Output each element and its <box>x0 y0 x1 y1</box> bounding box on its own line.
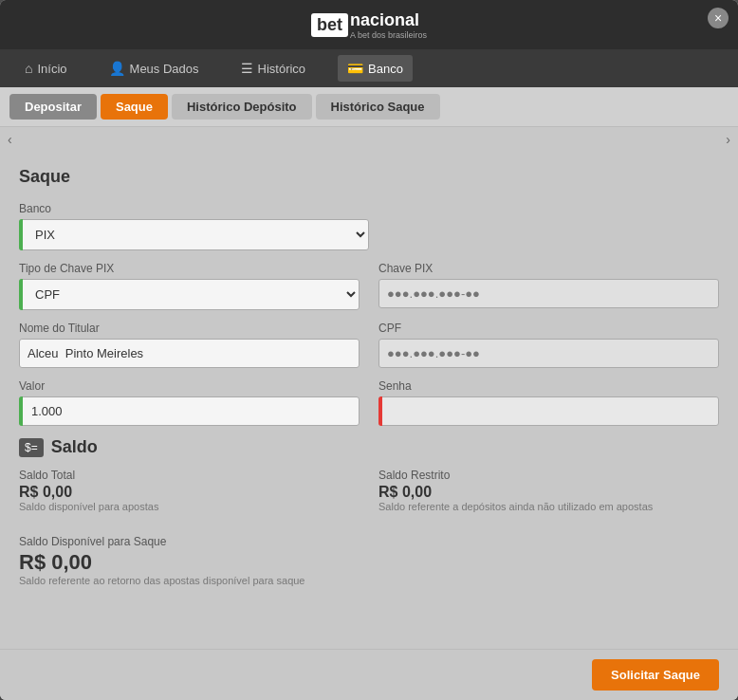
saldo-header: $= Saldo <box>19 437 719 457</box>
banco-label: Banco <box>19 202 719 215</box>
saldo-total-label: Saldo Total <box>19 469 360 482</box>
list-icon: ☰ <box>241 61 253 76</box>
nav-label-banco: Banco <box>368 62 403 76</box>
banco-group: Banco PIX <box>19 202 719 250</box>
tab-depositar[interactable]: Depositar <box>9 94 97 120</box>
valor-input[interactable] <box>19 396 360 426</box>
bank-icon: 💳 <box>347 61 363 76</box>
logo-bet: bet <box>311 13 348 37</box>
cpf-col: CPF <box>378 322 719 368</box>
nome-titular-wrapper <box>19 339 360 368</box>
chave-pix-col: Chave PIX <box>378 262 719 310</box>
banco-input-wrapper: PIX <box>19 219 719 250</box>
banco-select[interactable]: PIX <box>19 219 369 250</box>
tipo-chave-green-bar <box>19 279 23 310</box>
close-button[interactable]: × <box>708 8 729 28</box>
saldo-restrito-label: Saldo Restrito <box>378 469 719 482</box>
scroll-right-button[interactable]: › <box>726 132 730 147</box>
logo-nacional: nacional <box>350 10 419 30</box>
cpf-wrapper <box>378 339 719 368</box>
senha-label: Senha <box>378 379 719 393</box>
tipo-chave-row: Tipo de Chave PIX CPF Chave PIX <box>19 262 719 310</box>
content-area: Saque Banco PIX Tipo de Chave PIX CPF <box>0 152 738 649</box>
tab-saque[interactable]: Saque <box>101 94 168 120</box>
senha-wrapper <box>378 396 719 426</box>
tab-historico-saque[interactable]: Histórico Saque <box>316 94 440 120</box>
scroll-left-button[interactable]: ‹ <box>8 132 12 147</box>
tipo-chave-col: Tipo de Chave PIX CPF <box>19 262 360 310</box>
nav-item-banco[interactable]: 💳 Banco <box>338 55 413 82</box>
tipo-chave-label: Tipo de Chave PIX <box>19 262 360 275</box>
saldo-restrito-note: Saldo referente a depósitos ainda não ut… <box>378 501 719 512</box>
nav-label-historico: Histórico <box>258 62 306 76</box>
saldo-total-value: R$ 0,00 <box>19 484 360 501</box>
saldo-restrito-item: Saldo Restrito R$ 0,00 Saldo referente a… <box>378 469 719 512</box>
tipo-chave-wrapper: CPF <box>19 279 360 310</box>
tab-historico-deposito[interactable]: Histórico Depósito <box>172 94 312 120</box>
chave-pix-input[interactable] <box>378 279 719 308</box>
banco-green-bar <box>19 219 23 250</box>
chave-pix-wrapper <box>378 279 719 308</box>
nome-titular-col: Nome do Titular <box>19 322 360 368</box>
modal-header: bet nacional A bet dos brasileiros × <box>0 0 738 49</box>
saldo-icon: $= <box>19 438 44 457</box>
saldo-total-note: Saldo disponível para apostas <box>19 501 360 512</box>
nav-label-inicio: Início <box>37 62 66 76</box>
saldo-total-item: Saldo Total R$ 0,00 Saldo disponível par… <box>19 469 360 512</box>
valor-green-bar <box>19 396 23 426</box>
senha-col: Senha <box>378 379 719 426</box>
tipo-chave-select[interactable]: CPF <box>19 279 360 310</box>
nav-label-meus-dados: Meus Dados <box>130 62 199 76</box>
footer: Solicitar Saque <box>0 649 738 700</box>
logo: bet nacional A bet dos brasileiros <box>311 10 427 40</box>
chave-pix-label: Chave PIX <box>378 262 719 275</box>
nav-item-meus-dados[interactable]: 👤 Meus Dados <box>100 55 209 82</box>
cpf-input[interactable] <box>378 339 719 368</box>
saldo-disponivel-value: R$ 0,00 <box>19 550 719 575</box>
saldo-disponivel-item: Saldo Disponível para Saque R$ 0,00 Sald… <box>19 535 719 586</box>
valor-wrapper <box>19 396 360 426</box>
logo-subtitle: A bet dos brasileiros <box>350 30 427 40</box>
valor-label: Valor <box>19 379 360 393</box>
home-icon: ⌂ <box>25 61 32 76</box>
cpf-label: CPF <box>378 322 719 335</box>
nome-titular-label: Nome do Titular <box>19 322 360 335</box>
saldo-restrito-value: R$ 0,00 <box>378 484 719 501</box>
nome-cpf-row: Nome do Titular CPF <box>19 322 719 368</box>
modal-window: bet nacional A bet dos brasileiros × ⌂ I… <box>0 0 738 700</box>
saque-title: Saque <box>19 167 719 187</box>
nav-item-historico[interactable]: ☰ Histórico <box>231 55 316 82</box>
saldo-grid: Saldo Total R$ 0,00 Saldo disponível par… <box>19 469 719 524</box>
valor-senha-row: Valor Senha <box>19 379 719 426</box>
nome-titular-input[interactable] <box>19 339 360 368</box>
senha-red-bar <box>378 396 382 426</box>
saldo-title: Saldo <box>51 437 98 457</box>
user-icon: 👤 <box>109 61 125 76</box>
senha-input[interactable] <box>378 396 719 426</box>
saldo-disponivel-note: Saldo referente ao retorno das apostas d… <box>19 575 719 586</box>
valor-col: Valor <box>19 379 360 426</box>
nav-item-inicio[interactable]: ⌂ Início <box>15 55 77 82</box>
scroll-bar: ‹ › <box>0 127 738 152</box>
solicitar-saque-button[interactable]: Solicitar Saque <box>592 659 719 691</box>
tab-bar: Depositar Saque Histórico Depósito Histó… <box>0 87 738 127</box>
nav-bar: ⌂ Início 👤 Meus Dados ☰ Histórico 💳 Banc… <box>0 49 738 87</box>
saldo-disponivel-label: Saldo Disponível para Saque <box>19 535 719 548</box>
